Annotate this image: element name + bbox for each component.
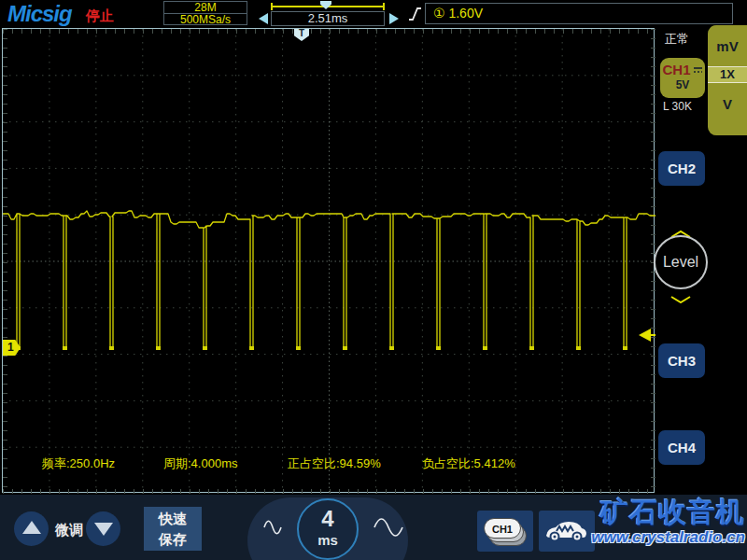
- trigger-slope-rising-icon[interactable]: [407, 5, 422, 23]
- fine-adjust-up-button[interactable]: [14, 511, 49, 546]
- measurement-period: 周期:4.000ms: [163, 455, 237, 472]
- slider-right-cap: [383, 3, 385, 10]
- level-down-chevron-icon[interactable]: [669, 295, 692, 303]
- quick-save-line2: 保存: [144, 529, 202, 550]
- channel1-label: CH1: [662, 62, 690, 77]
- down-triangle-icon: [94, 523, 113, 536]
- trigger-level-readout[interactable]: ① 1.60V: [425, 3, 733, 24]
- trigger-position-pointer-icon[interactable]: [320, 1, 331, 9]
- measurement-duty-negative: 负占空比:5.412%: [422, 455, 515, 472]
- channel3-button[interactable]: CH3: [658, 343, 705, 378]
- watermark-url: www.crystalradio.cn: [586, 528, 745, 547]
- probe-ratio-button[interactable]: 1X: [708, 66, 747, 83]
- channel2-button[interactable]: CH2: [658, 151, 705, 186]
- right-control-sidebar: 正常 mV 1X V CH1 5V L 30K CH2 Level CH3 CH…: [655, 28, 747, 495]
- measurement-frequency: 频率:250.0Hz: [42, 455, 115, 472]
- quick-save-line1: 快速: [144, 509, 202, 529]
- trigger-mode-label: 正常: [665, 31, 689, 48]
- unit-mv-button[interactable]: mV: [708, 25, 747, 66]
- timebase-value: 4: [299, 500, 357, 533]
- watermark: 矿石收音机 www.crystalradio.cn: [586, 497, 745, 547]
- level-knob[interactable]: Level: [654, 235, 708, 289]
- pan-right-arrow-icon[interactable]: [389, 13, 399, 24]
- slider-left-cap: [271, 3, 273, 10]
- timebase-knob[interactable]: 4 ms: [297, 498, 359, 560]
- pan-left-arrow-icon[interactable]: [259, 13, 268, 24]
- measurement-duty-positive: 正占空比:94.59%: [288, 455, 381, 472]
- channel4-button[interactable]: CH4: [658, 430, 705, 465]
- quick-save-button[interactable]: 快速 保存: [144, 507, 202, 551]
- up-triangle-icon: [22, 521, 41, 534]
- waveform-svg: [3, 29, 655, 494]
- timebase-decrease-sine-icon[interactable]: [262, 517, 283, 538]
- unit-v-button[interactable]: V: [708, 83, 747, 128]
- fine-adjust-down-button[interactable]: [86, 511, 120, 546]
- bottom-control-bar: 微调 快速 保存 4 ms CH1: [0, 495, 747, 560]
- top-status-bar: Micsig 停止 28M 500MSa/s 2.51ms ① 1.60V: [0, 0, 747, 28]
- brand-logo: Micsig: [7, 1, 72, 27]
- waveform-display[interactable]: T 1: [2, 28, 655, 493]
- channel1-button[interactable]: CH1 5V: [660, 58, 705, 98]
- sample-rate-value: 500MSa/s: [164, 14, 247, 25]
- oscilloscope-screen: Micsig 停止 28M 500MSa/s 2.51ms ① 1.60V T …: [0, 0, 747, 560]
- timebase-unit: ms: [299, 533, 357, 548]
- memory-depth-value: 28M: [164, 2, 247, 13]
- dc-coupling-icon: [693, 66, 703, 75]
- timebase-increase-sine-icon[interactable]: [372, 515, 405, 539]
- vertical-scale-strip: mV 1X V: [708, 25, 747, 135]
- channel-card-label: CH1: [484, 518, 521, 539]
- channel1-scale: 5V: [660, 79, 705, 91]
- car-icon: [543, 517, 590, 545]
- channel1-impedance: L 30K: [663, 100, 692, 113]
- channel-cards-icon: CH1: [484, 518, 527, 546]
- trigger-level-arrow-icon[interactable]: [639, 329, 651, 342]
- trigger-time-readout[interactable]: 2.51ms: [271, 11, 385, 26]
- run-state-indicator[interactable]: 停止: [86, 7, 114, 25]
- acquisition-info-box[interactable]: 28M 500MSa/s: [163, 1, 247, 25]
- watermark-title: 矿石收音机: [586, 497, 745, 528]
- fine-adjust-label: 微调: [55, 522, 83, 539]
- channel-select-button[interactable]: CH1: [477, 511, 533, 552]
